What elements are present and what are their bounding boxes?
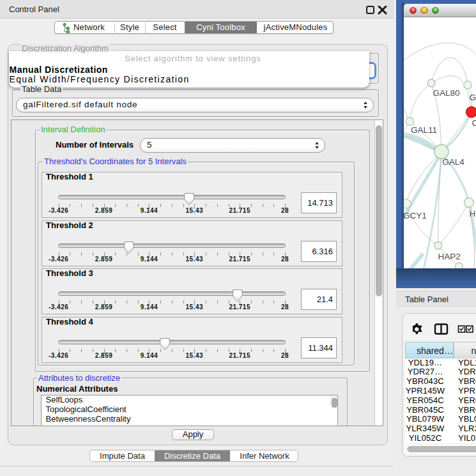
svg-text:GAL80: GAL80	[433, 88, 460, 98]
svg-text:HAP2: HAP2	[438, 252, 461, 261]
svg-text:H: H	[469, 209, 475, 219]
svg-text:GCY1: GCY1	[404, 211, 427, 220]
svg-text:C: C	[472, 118, 476, 128]
svg-text:GAL4: GAL4	[442, 157, 464, 167]
svg-text:GAL11: GAL11	[411, 125, 437, 135]
svg-text:GA: GA	[469, 93, 476, 102]
